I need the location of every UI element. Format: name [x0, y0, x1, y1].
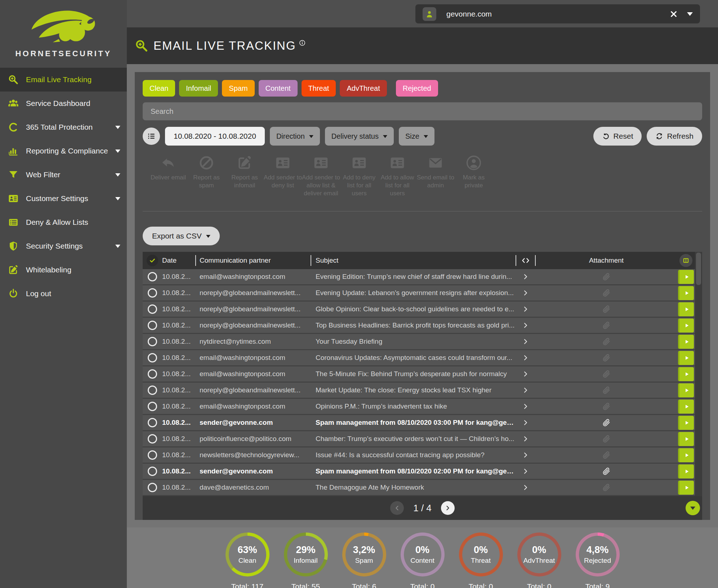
row-select-radio[interactable]	[148, 450, 157, 460]
row-select-radio[interactable]	[148, 483, 157, 492]
row-select-radio[interactable]	[148, 369, 157, 379]
row-select-radio[interactable]	[148, 434, 157, 444]
filter-chip-rejected[interactable]: Rejected	[396, 80, 438, 97]
table-row[interactable]: 10.08.2... noreply@globeandmailnewslett.…	[143, 302, 695, 318]
row-open-button[interactable]	[678, 302, 694, 316]
row-open-button[interactable]	[678, 464, 694, 478]
delivery-status-dropdown[interactable]: Delivery status	[325, 127, 394, 146]
filter-chip-infomail[interactable]: Infomail	[179, 80, 218, 97]
table-row[interactable]: 10.08.2... dave@davenetics.com The Demag…	[143, 480, 695, 496]
row-open-button[interactable]	[678, 432, 694, 446]
table-row[interactable]: 10.08.2... noreply@globeandmailnewslett.…	[143, 285, 695, 302]
view-options-button[interactable]	[143, 128, 160, 145]
chevron-right-icon[interactable]	[522, 451, 529, 459]
next-page-button[interactable]	[441, 501, 455, 515]
export-csv-button[interactable]: Export as CSV	[143, 227, 220, 245]
code-icon[interactable]	[521, 256, 530, 265]
chevron-right-icon[interactable]	[522, 484, 529, 491]
row-open-button[interactable]	[678, 351, 694, 365]
toolbar-action-deliver-email[interactable]: Deliver email	[149, 155, 187, 205]
chevron-right-icon[interactable]	[522, 289, 529, 297]
chevron-right-icon[interactable]	[522, 468, 529, 475]
sidebar-item-web-filter[interactable]: Web Filter	[0, 163, 127, 187]
row-open-button[interactable]	[678, 318, 694, 333]
table-row[interactable]: 10.08.2... noreply@globeandmailnewslett.…	[143, 318, 695, 334]
sidebar-item-service-dashboard[interactable]: Service Dashboard	[0, 92, 127, 115]
refresh-button[interactable]: Refresh	[647, 127, 702, 146]
row-select-radio[interactable]	[148, 288, 157, 298]
table-row[interactable]: 10.08.2... sender@gevonne.com Spam manag…	[143, 415, 695, 431]
chevron-right-icon[interactable]	[522, 306, 529, 313]
chevron-right-icon[interactable]	[522, 435, 529, 442]
reset-button[interactable]: Reset	[593, 127, 642, 146]
row-open-button[interactable]	[678, 481, 694, 495]
column-header-subject[interactable]: Subject	[311, 257, 516, 264]
table-row[interactable]: 10.08.2... politicoinfluence@politico.co…	[143, 431, 695, 447]
chevron-right-icon[interactable]	[522, 387, 529, 394]
chevron-right-icon[interactable]	[522, 354, 529, 361]
sidebar-item-security-settings[interactable]: Security Settings	[0, 234, 127, 258]
toolbar-action-report-as-spam[interactable]: Report as spam	[187, 155, 226, 205]
toolbar-action-add-to-allow-list-for-all-users[interactable]: Add to allow list for all users	[378, 155, 416, 205]
filter-chip-spam[interactable]: Spam	[222, 80, 254, 97]
row-open-button[interactable]	[678, 270, 694, 284]
expand-button[interactable]	[686, 501, 700, 515]
date-range-button[interactable]: 10.08.2020 - 10.08.2020	[165, 127, 265, 146]
previous-page-button[interactable]	[390, 501, 404, 515]
toolbar-action-add-to-deny-list-for-all-users[interactable]: Add to deny list for all users	[340, 155, 378, 205]
toolbar-action-add-sender-to-deny-list[interactable]: Add sender to deny list	[264, 155, 302, 205]
sidebar-item-log-out[interactable]: Log out	[0, 282, 127, 306]
row-select-radio[interactable]	[148, 386, 157, 395]
table-row[interactable]: 10.08.2... email@washingtonpost.com Coro…	[143, 350, 695, 366]
row-open-button[interactable]	[678, 286, 694, 300]
row-select-radio[interactable]	[148, 467, 157, 476]
scrollbar-thumb[interactable]	[696, 253, 701, 285]
chevron-right-icon[interactable]	[522, 322, 529, 329]
direction-dropdown[interactable]: Direction	[270, 127, 320, 146]
row-open-button[interactable]	[678, 383, 694, 397]
row-open-button[interactable]	[678, 367, 694, 381]
row-open-button[interactable]	[678, 416, 694, 430]
row-open-button[interactable]	[678, 448, 694, 462]
chevron-right-icon[interactable]	[522, 403, 529, 410]
table-row[interactable]: 10.08.2... email@washingtonpost.com Even…	[143, 269, 695, 285]
sidebar-item-customer-settings[interactable]: Customer Settings	[0, 187, 127, 210]
table-row[interactable]: 10.08.2... noreply@globeandmailnewslett.…	[143, 383, 695, 399]
column-header-partner[interactable]: Communication partner	[196, 257, 311, 264]
row-select-radio[interactable]	[148, 321, 157, 330]
info-icon[interactable]	[299, 40, 306, 46]
sidebar-item-reporting-compliance[interactable]: Reporting & Compliance	[0, 139, 127, 163]
size-dropdown[interactable]: Size	[399, 127, 434, 146]
toolbar-action-mark-as-private[interactable]: Mark as private	[455, 155, 493, 205]
column-header-attachment[interactable]: Attachment	[536, 257, 677, 264]
sidebar-item-whitelabeling[interactable]: Whitelabeling	[0, 258, 127, 282]
close-icon[interactable]	[670, 10, 678, 18]
filter-chip-advthreat[interactable]: AdvThreat	[340, 80, 387, 97]
table-row[interactable]: 10.08.2... email@washingtonpost.com The …	[143, 366, 695, 383]
row-select-radio[interactable]	[148, 272, 157, 281]
scrollbar[interactable]	[695, 252, 702, 496]
row-open-button[interactable]	[678, 335, 694, 349]
filter-chip-content[interactable]: Content	[259, 80, 298, 97]
chevron-down-icon[interactable]	[687, 12, 693, 19]
sidebar-item-email-live-tracking[interactable]: Email Live Tracking	[0, 68, 127, 92]
chevron-right-icon[interactable]	[522, 273, 529, 280]
row-select-radio[interactable]	[148, 418, 157, 427]
row-select-radio[interactable]	[148, 402, 157, 411]
row-select-radio[interactable]	[148, 337, 157, 346]
table-row[interactable]: 10.08.2... newsletters@technologyreview.…	[143, 447, 695, 464]
row-select-radio[interactable]	[148, 304, 157, 314]
filter-chip-threat[interactable]: Threat	[302, 80, 336, 97]
chevron-right-icon[interactable]	[522, 338, 529, 345]
sidebar-item-365-total-protection[interactable]: 365 Total Protection	[0, 115, 127, 139]
chevron-right-icon[interactable]	[522, 370, 529, 378]
toolbar-action-report-as-infomail[interactable]: Report as infomail	[226, 155, 264, 205]
filter-chip-clean[interactable]: Clean	[143, 80, 175, 97]
row-select-radio[interactable]	[148, 353, 157, 362]
row-open-button[interactable]	[678, 400, 694, 414]
column-settings-button[interactable]	[679, 254, 692, 267]
column-header-date[interactable]: Date	[162, 257, 195, 264]
toolbar-action-add-sender-to-allow-list-deliver-email[interactable]: Add sender to allow list & deliver email	[302, 155, 340, 205]
sidebar-item-deny-allow-lists[interactable]: Deny & Allow Lists	[0, 210, 127, 234]
table-row[interactable]: 10.08.2... nytdirect@nytimes.com Your Tu…	[143, 334, 695, 350]
